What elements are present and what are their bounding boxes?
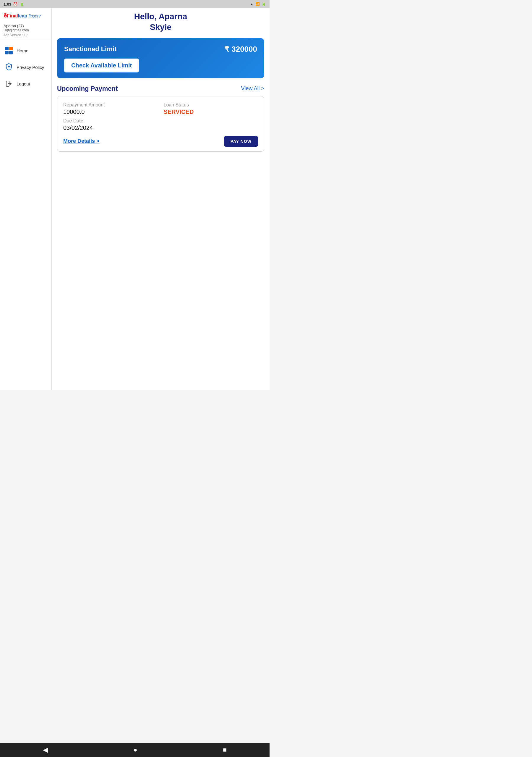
sidebar-user-info: Aparna (27) Dgf@gmail.com App Version : … xyxy=(0,22,51,40)
status-time: 1:03 ⏰ 🔋 xyxy=(4,2,24,7)
battery-icon: 🔋 xyxy=(19,2,24,7)
sidebar-logout-label: Logout xyxy=(16,81,30,86)
alarm-icon: ⏰ xyxy=(13,2,18,7)
payment-card-grid: Repayment Amount 10000.0 Loan Status SER… xyxy=(63,102,258,131)
more-details-link[interactable]: More Details > xyxy=(63,138,100,144)
logo-brand-red: Final xyxy=(7,13,18,18)
repayment-amount-value: 10000.0 xyxy=(63,108,158,115)
user-email: Dgf@gmail.com xyxy=(4,28,48,32)
pay-now-button[interactable]: PAY NOW xyxy=(224,136,258,147)
upcoming-payment-header: Upcoming Payment View All > xyxy=(57,85,264,93)
logout-icon xyxy=(5,79,13,88)
due-date-value: 03/02/2024 xyxy=(63,125,158,131)
home-icon xyxy=(5,46,13,55)
greeting-line2: Skyie xyxy=(57,22,264,33)
sidebar-logo: ẽFinalleap finserv xyxy=(0,13,51,22)
limit-banner-top: Sanctioned Limit ₹ 320000 xyxy=(64,45,257,54)
payment-card: Repayment Amount 10000.0 Loan Status SER… xyxy=(57,96,264,152)
sidebar-item-logout[interactable]: Logout xyxy=(0,76,51,92)
app-version: App Version : 1.3 xyxy=(4,33,48,37)
sidebar-privacy-label: Privacy Policy xyxy=(16,65,44,70)
greeting: Hello, Aparna Skyie xyxy=(57,11,264,33)
sanctioned-limit-amount: ₹ 320000 xyxy=(224,45,257,54)
upcoming-payment-title: Upcoming Payment xyxy=(57,85,118,93)
status-icons: ▲ 📶 🔋 xyxy=(250,2,266,6)
user-name: Aparna (27) xyxy=(4,24,48,28)
logo-finserv: finserv xyxy=(27,14,41,18)
sidebar-item-home[interactable]: Home xyxy=(0,42,51,59)
sidebar-nav: Home Privacy Policy xyxy=(0,42,51,92)
shield-icon xyxy=(5,63,13,71)
status-bar: 1:03 ⏰ 🔋 ▲ 📶 🔋 xyxy=(0,0,270,8)
svg-point-0 xyxy=(8,66,10,67)
app-container: ẽFinalleap finserv Aparna (27) Dgf@gmail… xyxy=(0,8,270,390)
greeting-line1: Hello, Aparna xyxy=(57,11,264,22)
repayment-amount-field: Repayment Amount 10000.0 xyxy=(63,102,158,115)
view-all-link[interactable]: View All > xyxy=(241,85,264,92)
signal-icon: 📶 xyxy=(255,2,260,6)
repayment-amount-label: Repayment Amount xyxy=(63,102,158,107)
payment-card-footer: More Details > PAY NOW xyxy=(63,136,258,147)
time-display: 1:03 xyxy=(4,2,11,7)
due-date-field: Due Date 03/02/2024 xyxy=(63,118,158,131)
sidebar-item-privacy[interactable]: Privacy Policy xyxy=(0,59,51,76)
logo-brand-blue: leap xyxy=(18,13,27,18)
limit-banner: Sanctioned Limit ₹ 320000 Check Availabl… xyxy=(57,38,264,78)
check-available-limit-button[interactable]: Check Available Limit xyxy=(64,59,139,73)
loan-status-value: SERVICED xyxy=(164,108,258,115)
loan-status-field: Loan Status SERVICED xyxy=(164,102,258,115)
sidebar: ẽFinalleap finserv Aparna (27) Dgf@gmail… xyxy=(0,8,52,390)
wifi-icon: ▲ xyxy=(250,2,253,6)
logo-final: ẽ xyxy=(4,13,7,19)
due-date-label: Due Date xyxy=(63,118,158,124)
sidebar-home-label: Home xyxy=(16,48,28,53)
main-content: Hello, Aparna Skyie Sanctioned Limit ₹ 3… xyxy=(52,8,270,390)
sanctioned-limit-label: Sanctioned Limit xyxy=(64,45,116,53)
battery-status-icon: 🔋 xyxy=(262,2,266,6)
loan-status-label: Loan Status xyxy=(164,102,258,107)
